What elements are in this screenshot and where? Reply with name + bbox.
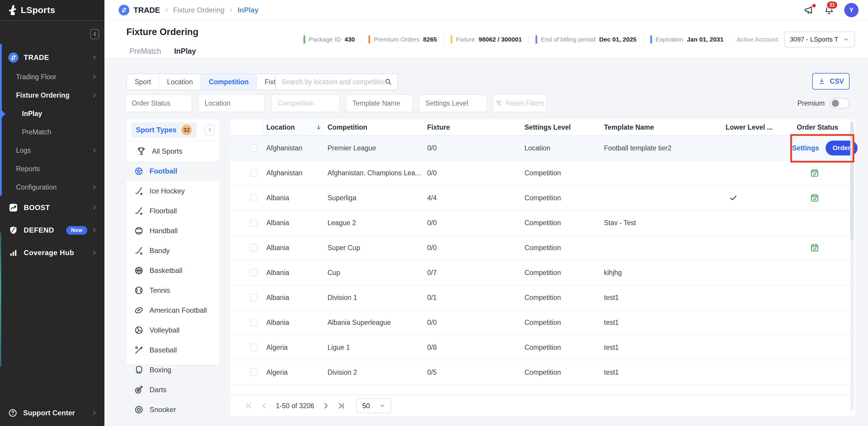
sidebar-collapse-button[interactable]	[90, 29, 99, 39]
sidebar-item-reports[interactable]: Reports	[0, 160, 104, 178]
table-row[interactable]: Afghanistan Afghanistan. Champions Lea..…	[230, 161, 856, 186]
ordered-calendar-icon[interactable]	[810, 168, 819, 178]
table-row[interactable]: Afghanistan Premier League 0/0 Location …	[230, 136, 856, 161]
sport-panel-collapse-button[interactable]	[205, 124, 215, 135]
breadcrumb-root[interactable]: TRADE	[133, 6, 160, 15]
table-row[interactable]: Albania Cup 0/7 Competition kihjhg	[230, 261, 856, 285]
sport-item-darts[interactable]: Darts	[126, 380, 219, 400]
table-row[interactable]: Albania Superliga 4/4 Competition	[230, 186, 856, 211]
row-checkbox[interactable]	[250, 219, 257, 226]
scrollbar-thumb[interactable]	[850, 122, 854, 240]
location-filter[interactable]: Location	[198, 94, 265, 112]
column-competition[interactable]: Competition	[324, 119, 424, 135]
sidebar-item-coverage-hub[interactable]: Coverage Hub	[0, 243, 104, 263]
active-account-select[interactable]: 3097 - LSports T	[784, 31, 855, 48]
settings-level-filter[interactable]: Settings Level	[419, 94, 487, 112]
segment-sport[interactable]: Sport	[127, 74, 159, 90]
sidebar-item-configuration[interactable]: Configuration	[0, 178, 104, 196]
row-checkbox[interactable]	[250, 318, 257, 326]
sport-item-boxing[interactable]: Boxing	[126, 360, 219, 380]
sport-item-snooker[interactable]: Snooker	[126, 400, 219, 420]
segment-competition[interactable]: Competition	[201, 74, 257, 90]
competitions-table: Location Competition Fixture Settings Le…	[230, 119, 856, 417]
row-checkbox[interactable]	[250, 144, 257, 152]
column-location[interactable]: Location	[261, 119, 324, 135]
settings-link[interactable]: Settings	[792, 144, 819, 152]
row-checkbox[interactable]	[250, 244, 257, 251]
sidebar-item-logs[interactable]: Logs	[0, 141, 104, 160]
segment-location[interactable]: Location	[159, 74, 201, 90]
breadcrumb-section[interactable]: Fixture Ordering	[173, 6, 224, 14]
csv-export-button[interactable]: CSV	[812, 73, 849, 90]
handball-icon	[134, 226, 144, 236]
first-page-icon[interactable]	[245, 402, 253, 410]
sidebar-item-label: TRADE	[24, 53, 49, 62]
sport-item-tennis[interactable]: Tennis	[126, 280, 219, 300]
column-fixture[interactable]: Fixture	[424, 119, 522, 135]
row-checkbox[interactable]	[250, 343, 257, 351]
active-account: Active Account: 3097 - LSports T	[737, 31, 855, 48]
row-checkbox[interactable]	[250, 169, 257, 177]
column-order-status[interactable]: Order Status	[792, 119, 856, 135]
previous-page-icon[interactable]	[260, 402, 268, 410]
sport-item-floorball[interactable]: Floorball	[126, 201, 219, 221]
toggle-knob	[832, 100, 839, 107]
table-row[interactable]: Albania Albania Superleague 0/0 Competit…	[230, 310, 856, 335]
chevron-right-icon	[92, 227, 97, 233]
sidebar-item-prematch[interactable]: PreMatch	[0, 123, 104, 141]
table-scrollbar[interactable]	[850, 122, 854, 411]
order-status-filter[interactable]: Order Status	[125, 94, 192, 112]
ordered-calendar-icon[interactable]	[810, 193, 819, 203]
reset-filters-button[interactable]: Reset Filters	[493, 94, 547, 112]
announcements-megaphone-icon[interactable]	[804, 5, 814, 15]
page-size-select[interactable]: 50	[356, 398, 391, 413]
sidebar-item-defend[interactable]: DEFEND New	[0, 220, 104, 240]
active-account-label: Active Account:	[737, 36, 779, 43]
sport-item-bandy[interactable]: Bandy	[126, 241, 219, 261]
table-row[interactable]: Albania League 2 0/0 Competition Stav - …	[230, 211, 856, 236]
premium-toggle[interactable]	[830, 98, 849, 109]
sidebar-item-label: BOOST	[24, 204, 50, 212]
table-row[interactable]: Algeria Division 2 0/5 Competition test1	[230, 360, 856, 385]
table-row[interactable]: Albania Super Cup 0/0 Competition	[230, 236, 856, 261]
column-lower-level[interactable]: Lower Level ...	[723, 119, 792, 135]
sidebar-item-fixture-ordering[interactable]: Fixture Ordering	[0, 86, 104, 104]
column-template-name[interactable]: Template Name	[601, 119, 723, 135]
trophy-icon	[136, 147, 146, 156]
last-page-icon[interactable]	[337, 402, 345, 410]
sidebar-item-support-center[interactable]: Support Center	[0, 405, 104, 421]
notifications-bell-icon[interactable]: 31	[824, 5, 834, 15]
search-icon[interactable]	[384, 78, 392, 86]
trade-icon	[8, 53, 19, 63]
row-checkbox[interactable]	[250, 269, 257, 276]
row-checkbox[interactable]	[250, 294, 257, 301]
table-row[interactable]: Albania Division 1 0/1 Competition test1	[230, 285, 856, 310]
sidebar: LSports TRADE Trading Floor Fixture Orde…	[0, 0, 104, 426]
row-checkbox[interactable]	[250, 194, 257, 202]
defend-shield-icon	[8, 225, 19, 235]
chevron-down-icon	[843, 36, 849, 42]
competition-filter[interactable]: Competition	[271, 94, 340, 112]
sidebar-item-inplay[interactable]: InPlay	[0, 104, 104, 123]
sport-item-basketball[interactable]: Basketball	[126, 261, 219, 280]
sort-descending-icon[interactable]	[315, 124, 322, 131]
sport-item-all-sports[interactable]: All Sports	[126, 141, 219, 161]
ordered-calendar-icon[interactable]	[810, 243, 819, 252]
sport-item-football[interactable]: Football	[126, 161, 219, 181]
next-page-icon[interactable]	[322, 402, 330, 410]
user-avatar[interactable]: Y	[844, 3, 859, 17]
sidebar-item-trading-floor[interactable]: Trading Floor	[0, 68, 104, 86]
sport-item-volleyball[interactable]: Volleyball	[126, 320, 219, 340]
sport-item-american-football[interactable]: American Football	[126, 300, 219, 320]
sport-item-handball[interactable]: Handball	[126, 221, 219, 241]
search-input[interactable]	[281, 78, 384, 86]
sidebar-item-boost[interactable]: BOOST	[0, 197, 104, 218]
sidebar-item-trade[interactable]: TRADE	[0, 48, 104, 68]
column-settings-level[interactable]: Settings Level	[522, 119, 601, 135]
row-checkbox[interactable]	[250, 368, 257, 376]
table-row[interactable]: Algeria Ligue 1 0/8 Competition test1	[230, 335, 856, 360]
announcement-dot	[812, 4, 816, 7]
sport-item-ice-hockey[interactable]: Ice Hockey	[126, 181, 219, 201]
template-name-filter[interactable]: Template Name	[346, 94, 413, 112]
sport-item-baseball[interactable]: Baseball	[126, 340, 219, 360]
